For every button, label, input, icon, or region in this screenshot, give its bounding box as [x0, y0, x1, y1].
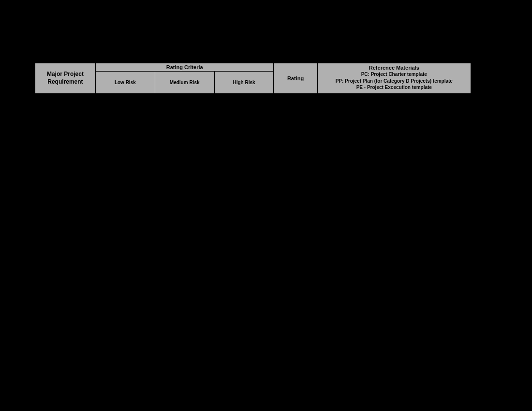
reference-line-pp: PP: Project Plan (for Category D Project… — [320, 78, 469, 85]
reference-line-pc: PC: Project Charter template — [320, 71, 469, 78]
reference-line-pe: PE - Project Excecution template — [320, 84, 469, 91]
header-rating-criteria: Rating Criteria — [95, 63, 274, 72]
reference-materials-title: Reference Materials — [320, 65, 469, 71]
header-reference-materials: Reference Materials PC: Project Charter … — [317, 63, 471, 94]
header-major-project-requirement: Major Project Requirement — [35, 63, 96, 94]
header-rating: Rating — [274, 63, 317, 94]
header-requirement-line2: Requirement — [47, 78, 83, 85]
header-low-risk: Low Risk — [95, 72, 155, 94]
header-medium-risk: Medium Risk — [155, 72, 214, 94]
header-requirement-line1: Major Project — [47, 71, 84, 77]
rating-criteria-table: Major Project Requirement Rating Criteri… — [35, 63, 471, 94]
header-high-risk: High Risk — [214, 72, 274, 94]
